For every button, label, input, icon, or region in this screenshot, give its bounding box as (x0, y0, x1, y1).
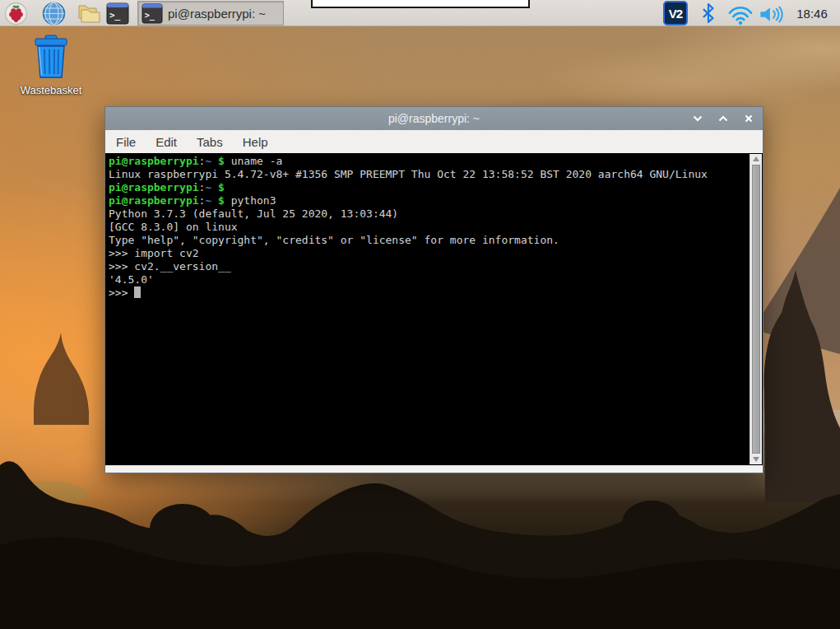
terminal-line: pi@raspberrypi:~ $ (109, 181, 748, 194)
menu-edit[interactable]: Edit (155, 135, 177, 149)
terminal-line: pi@raspberrypi:~ $ python3 (109, 194, 748, 207)
svg-text:>_: >_ (145, 10, 155, 20)
chevron-up-icon (718, 115, 728, 122)
menu-tabs[interactable]: Tabs (197, 135, 223, 149)
taskbar-window-label: pi@raspberrypi: ~ (168, 7, 266, 21)
terminal-line: >>> cv2.__version__ (109, 260, 748, 273)
wastebasket-desktop-icon[interactable]: Wastebasket (12, 35, 90, 96)
taskbar: >_ >_ pi@raspberrypi: ~ V2 (0, 0, 840, 26)
terminal-line: Linux raspberrypi 5.4.72-v8+ #1356 SMP P… (109, 168, 748, 181)
terminal-window-icon: >_ (142, 3, 163, 24)
window-title: pi@raspberrypi: ~ (105, 112, 763, 125)
wastebasket-icon (31, 35, 71, 79)
file-manager-icon[interactable] (77, 3, 102, 25)
terminal-line: pi@raspberrypi:~ $ uname -a (109, 155, 748, 168)
terminal-cursor (134, 287, 141, 298)
terminal-menubar: File Edit Tabs Help (105, 130, 763, 153)
scrollbar-thumb[interactable] (752, 165, 760, 454)
maximize-button[interactable] (716, 111, 731, 126)
chevron-down-icon (693, 115, 703, 122)
raspberry-menu-icon[interactable] (5, 2, 27, 25)
wastebasket-label: Wastebasket (12, 84, 90, 96)
window-titlebar[interactable]: pi@raspberrypi: ~ (105, 107, 763, 130)
close-button[interactable] (741, 111, 756, 126)
vnc-tray-icon[interactable]: V2 (663, 1, 688, 26)
triangle-up-icon (753, 156, 759, 161)
menu-help[interactable]: Help (243, 135, 268, 149)
terminal-viewport[interactable]: pi@raspberrypi:~ $ uname -aLinux raspber… (105, 153, 763, 465)
tree (622, 501, 681, 547)
partial-offscreen-window[interactable] (311, 0, 530, 8)
triangle-down-icon (753, 457, 759, 462)
web-browser-icon[interactable] (42, 2, 66, 26)
terminal-line: Python 3.7.3 (default, Jul 25 2020, 13:0… (109, 207, 748, 221)
terminal-launcher-icon[interactable]: >_ (106, 2, 129, 25)
terminal-line: Type "help", "copyright", "credits" or "… (109, 234, 748, 247)
window-bottom-edge (105, 465, 763, 473)
clock[interactable]: 18:46 (788, 0, 836, 26)
close-icon (745, 114, 753, 123)
menu-file[interactable]: File (116, 135, 136, 149)
terminal-output: pi@raspberrypi:~ $ uname -aLinux raspber… (109, 155, 748, 300)
volume-icon[interactable] (759, 5, 785, 24)
terminal-line: '4.5.0' (109, 273, 748, 287)
minimize-button[interactable] (690, 111, 705, 126)
terminal-line: [GCC 8.3.0] on linux (109, 221, 748, 234)
terminal-window: pi@raspberrypi: ~ File Edit Tabs Help (104, 106, 763, 473)
terminal-scrollbar[interactable] (750, 154, 762, 464)
svg-text:>_: >_ (109, 10, 121, 21)
terminal-line: >>> (109, 287, 748, 300)
scroll-up-button[interactable] (751, 154, 761, 164)
taskbar-window-button[interactable]: >_ pi@raspberrypi: ~ (137, 1, 284, 26)
stupa-silhouette (34, 333, 89, 425)
vnc-logo-text: V2 (669, 7, 682, 21)
tree (150, 504, 216, 553)
wifi-icon[interactable] (726, 5, 754, 25)
terminal-line: >>> import cv2 (109, 247, 748, 260)
scroll-down-button[interactable] (751, 454, 761, 464)
bluetooth-icon[interactable] (701, 3, 716, 23)
